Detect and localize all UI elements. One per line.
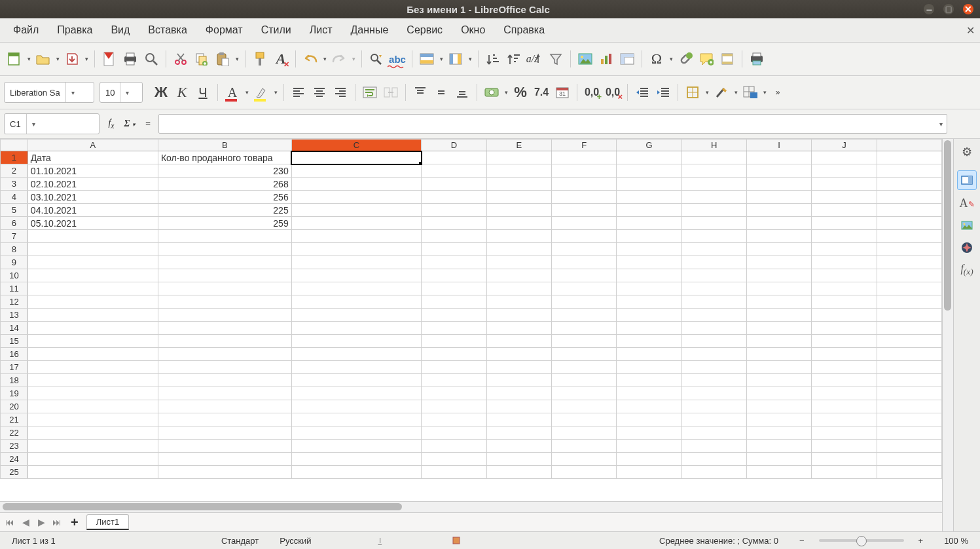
- cell-H3[interactable]: [681, 178, 746, 191]
- sidebar-settings-icon[interactable]: ⚙: [958, 143, 976, 161]
- cell-D4[interactable]: [422, 191, 486, 204]
- cell-E21[interactable]: [486, 413, 551, 426]
- borders-button[interactable]: [682, 82, 703, 103]
- cell-F10[interactable]: [551, 269, 616, 282]
- row-header-2[interactable]: 2: [1, 164, 28, 178]
- align-center-button[interactable]: [309, 82, 330, 103]
- cell-F19[interactable]: [551, 387, 616, 400]
- cell-J25[interactable]: [812, 466, 877, 479]
- cell-B18[interactable]: [158, 374, 291, 387]
- cell-C12[interactable]: [291, 295, 422, 309]
- cell-F14[interactable]: [551, 322, 616, 335]
- cell-H17[interactable]: [681, 361, 746, 374]
- cell-A25[interactable]: [27, 466, 158, 479]
- highlight-color-button[interactable]: [251, 82, 272, 103]
- col-header-I[interactable]: I: [746, 140, 811, 151]
- currency-button[interactable]: [481, 82, 502, 103]
- cell-4[interactable]: [877, 191, 941, 204]
- cell-B16[interactable]: [158, 348, 291, 361]
- percent-button[interactable]: %: [510, 82, 531, 103]
- cell-G22[interactable]: [617, 426, 681, 440]
- cell-A22[interactable]: [27, 426, 158, 440]
- cell-A5[interactable]: 04.10.2021: [27, 204, 158, 217]
- cell-B2[interactable]: 230: [158, 164, 291, 178]
- close-doc-icon[interactable]: ✕: [966, 24, 975, 37]
- row-highlight-button[interactable]: [416, 48, 437, 69]
- cell-E17[interactable]: [486, 361, 551, 374]
- cell-E6[interactable]: [486, 217, 551, 230]
- hyperlink-button[interactable]: [675, 48, 696, 69]
- cell-F20[interactable]: [551, 400, 616, 413]
- cell-B5[interactable]: 225: [158, 204, 291, 217]
- cell-I6[interactable]: [746, 217, 811, 230]
- col-header-D[interactable]: D: [422, 140, 486, 151]
- more-formatting-button[interactable]: »: [769, 82, 787, 103]
- row-header-3[interactable]: 3: [1, 178, 28, 191]
- row-header-6[interactable]: 6: [1, 217, 28, 230]
- cell-H6[interactable]: [681, 217, 746, 230]
- cell-H10[interactable]: [681, 269, 746, 282]
- cell-F2[interactable]: [551, 164, 616, 178]
- cell-F16[interactable]: [551, 348, 616, 361]
- cell-I11[interactable]: [746, 282, 811, 295]
- cell-C22[interactable]: [291, 426, 422, 440]
- cell-H14[interactable]: [681, 322, 746, 335]
- cell-H18[interactable]: [681, 374, 746, 387]
- cell-B22[interactable]: [158, 426, 291, 440]
- name-box[interactable]: C1▾: [4, 113, 100, 134]
- print-preview-button[interactable]: [141, 48, 162, 69]
- cell-B4[interactable]: 256: [158, 191, 291, 204]
- cell-A7[interactable]: [27, 230, 158, 243]
- row-header-25[interactable]: 25: [1, 466, 28, 479]
- cell-E19[interactable]: [486, 387, 551, 400]
- insert-pivot-button[interactable]: [617, 48, 638, 69]
- cell-G14[interactable]: [617, 322, 681, 335]
- cell-F17[interactable]: [551, 361, 616, 374]
- cell-15[interactable]: [877, 335, 941, 348]
- navigator-panel-icon[interactable]: [958, 238, 976, 257]
- valign-bottom-button[interactable]: [452, 82, 473, 103]
- cell-E4[interactable]: [486, 191, 551, 204]
- col-header-B[interactable]: B: [158, 140, 291, 151]
- cell-24[interactable]: [877, 453, 941, 466]
- col-header-H[interactable]: H: [681, 140, 746, 151]
- cell-E16[interactable]: [486, 348, 551, 361]
- cell-I21[interactable]: [746, 413, 811, 426]
- cell-C24[interactable]: [291, 453, 422, 466]
- cell-G4[interactable]: [617, 191, 681, 204]
- cell-H24[interactable]: [681, 453, 746, 466]
- cell-D18[interactable]: [422, 374, 486, 387]
- gallery-panel-icon[interactable]: [958, 216, 976, 235]
- cell-H19[interactable]: [681, 387, 746, 400]
- row-header-10[interactable]: 10: [1, 269, 28, 282]
- menu-Лист[interactable]: Лист: [300, 20, 342, 40]
- row-header-12[interactable]: 12: [1, 295, 28, 309]
- cell-B13[interactable]: [158, 309, 291, 322]
- col-highlight-button[interactable]: [445, 48, 466, 69]
- cell-G13[interactable]: [617, 309, 681, 322]
- cell-F15[interactable]: [551, 335, 616, 348]
- cell-12[interactable]: [877, 295, 941, 309]
- cell-B17[interactable]: [158, 361, 291, 374]
- paste-button[interactable]: [212, 48, 233, 69]
- cell-J22[interactable]: [812, 426, 877, 440]
- open-button[interactable]: [33, 48, 54, 69]
- cell-C15[interactable]: [291, 335, 422, 348]
- cell-H20[interactable]: [681, 400, 746, 413]
- cell-D5[interactable]: [422, 204, 486, 217]
- cell-D13[interactable]: [422, 309, 486, 322]
- cell-J1[interactable]: [812, 151, 877, 164]
- cell-B24[interactable]: [158, 453, 291, 466]
- cell-E12[interactable]: [486, 295, 551, 309]
- cell-E23[interactable]: [486, 440, 551, 453]
- cell-D17[interactable]: [422, 361, 486, 374]
- row-header-1[interactable]: 1: [1, 151, 28, 164]
- cell-F4[interactable]: [551, 191, 616, 204]
- cell-G2[interactable]: [617, 164, 681, 178]
- cell-I17[interactable]: [746, 361, 811, 374]
- row-header-8[interactable]: 8: [1, 243, 28, 256]
- cell-E25[interactable]: [486, 466, 551, 479]
- sort-asc-button[interactable]: [482, 48, 503, 69]
- cell-G8[interactable]: [617, 243, 681, 256]
- menu-Сервис[interactable]: Сервис: [397, 20, 452, 40]
